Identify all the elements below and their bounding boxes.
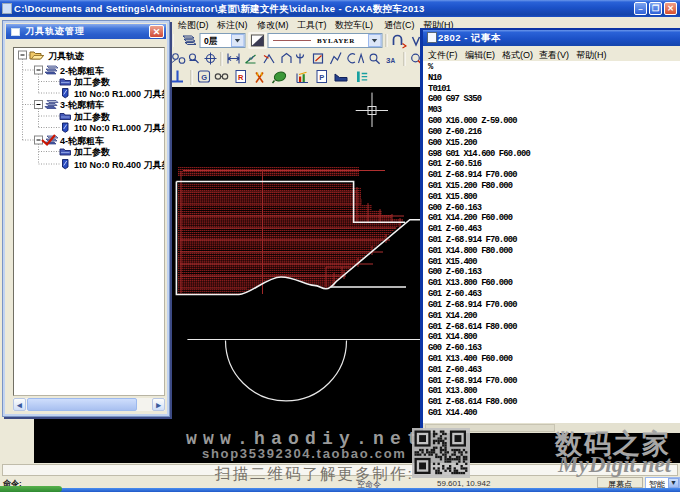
svg-text:R: R [238,73,244,82]
svg-text:3A: 3A [386,56,395,65]
svg-text:G: G [201,73,207,82]
svg-text:0层: 0层 [204,36,218,46]
svg-text:P: P [319,73,324,82]
svg-text:BYLAYER: BYLAYER [317,37,355,45]
